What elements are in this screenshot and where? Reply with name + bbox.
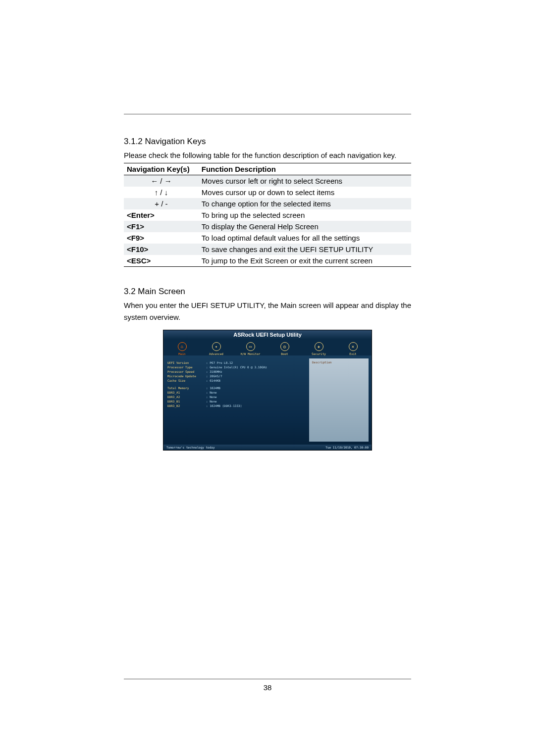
home-icon: ⌂ <box>178 342 187 351</box>
target-icon: ◎ <box>280 342 289 351</box>
cell-key: <F1> <box>124 221 199 232</box>
cell-key: <Enter> <box>124 209 199 221</box>
table-row: Moves cursor up or down to select items <box>124 187 411 198</box>
bios-footer-right: Tue 11/19/2010, 07:30:00 <box>325 446 369 449</box>
shield-icon: ✚ <box>315 342 323 351</box>
section-3-2-heading: 3.2 Main Screen <box>124 287 411 297</box>
left-right-arrow-icon <box>151 177 172 185</box>
table-row: + / - To change option for the selected … <box>124 198 411 209</box>
bios-tab-exit: ✕Exit <box>336 341 370 355</box>
table-row: <F10> To save changes and exit the UEFI … <box>124 244 411 255</box>
bios-footer-left: Tomorrow's technology today <box>166 446 215 449</box>
bios-tab-boot: ◎Boot <box>268 341 301 355</box>
table-header-keys: Navigation Key(s) <box>124 163 199 175</box>
exit-icon: ✕ <box>349 342 358 351</box>
cell-key: + / - <box>124 198 199 209</box>
cell-desc: To load optimal default values for all t… <box>199 232 411 244</box>
bios-info-panel: UEFI Version: P67 Pro L0.12 Processor Ty… <box>163 355 309 445</box>
bios-tabs: ⌂Main ✦Advanced ▭H/W Monitor ◎Boot ✚Secu… <box>163 339 372 355</box>
cell-desc: Moves cursor left or right to select Scr… <box>199 175 411 187</box>
navigation-keys-table: Navigation Key(s) Function Description M… <box>124 163 411 267</box>
cell-desc: To bring up the selected screen <box>199 209 411 221</box>
bios-tab-advanced: ✦Advanced <box>200 341 233 355</box>
bios-title: ASRock UEFI Setup Utility <box>163 330 372 339</box>
bios-screenshot: ASRock UEFI Setup Utility ⌂Main ✦Advance… <box>163 330 372 451</box>
up-down-arrow-icon <box>155 188 168 197</box>
section-3-1-2-intro: Please check the following table for the… <box>124 150 411 161</box>
table-header-desc: Function Description <box>199 163 411 175</box>
bios-tab-security: ✚Security <box>302 341 335 355</box>
cell-desc: Moves cursor up or down to select items <box>199 187 411 198</box>
table-row: Moves cursor left or right to select Scr… <box>124 175 411 187</box>
cell-desc: To save changes and exit the UEFI SETUP … <box>199 244 411 255</box>
cell-desc: To change option for the selected items <box>199 198 411 209</box>
cell-key: <F10> <box>124 244 199 255</box>
gear-icon: ✦ <box>212 342 221 351</box>
table-row: <ESC> To jump to the Exit Screen or exit… <box>124 255 411 267</box>
table-row: <F1> To display the General Help Screen <box>124 221 411 232</box>
section-3-2-intro: When you enter the UEFI SETUP UTILITY, t… <box>124 300 411 323</box>
table-row: <F9> To load optimal default values for … <box>124 232 411 244</box>
bios-tab-main: ⌂Main <box>165 341 199 355</box>
table-row: <Enter> To bring up the selected screen <box>124 209 411 221</box>
cell-desc: To jump to the Exit Screen or exit the c… <box>199 255 411 267</box>
page-number: 38 <box>0 683 535 692</box>
cell-key: <ESC> <box>124 255 199 267</box>
section-3-1-2-heading: 3.1.2 Navigation Keys <box>124 137 411 147</box>
cell-key: <F9> <box>124 232 199 244</box>
bios-footer: Tomorrow's technology today Tue 11/19/20… <box>163 445 372 450</box>
bios-description-panel: Description <box>309 358 369 442</box>
bios-tab-hwmonitor: ▭H/W Monitor <box>234 341 267 355</box>
cell-desc: To display the General Help Screen <box>199 221 411 232</box>
monitor-icon: ▭ <box>246 342 255 351</box>
